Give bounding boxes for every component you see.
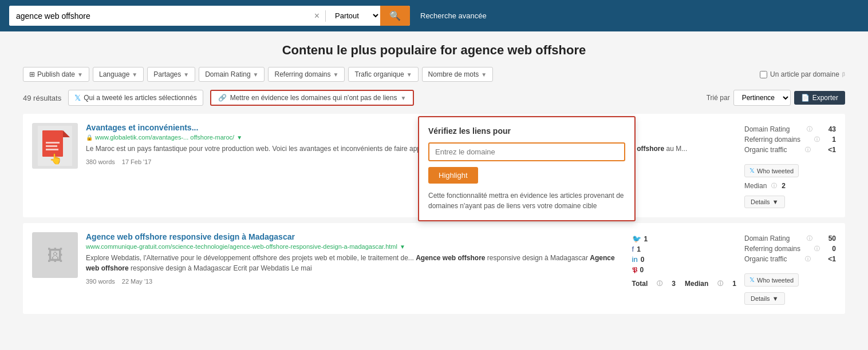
who-tweeted-articles-button[interactable]: 𝕏 Qui a tweeté les articles sélectionnés (68, 90, 203, 106)
svg-text:👆: 👆 (49, 153, 62, 165)
details-button[interactable]: Details ▼ (744, 292, 785, 305)
svg-rect-4 (46, 142, 60, 144)
export-label: Exporter (812, 94, 838, 102)
twitter-small-icon: 𝕏 (749, 167, 755, 174)
language-filter[interactable]: Language ▼ (93, 67, 144, 82)
total-label: Total (632, 280, 648, 288)
location-select[interactable]: Partout France Belgique Suisse (326, 6, 380, 26)
details-button[interactable]: Details ▼ (744, 196, 785, 208)
referring-domains-row: Referring domains ⓘ 0 (744, 245, 836, 253)
median-value: 1 (732, 280, 736, 288)
article-par-domaine-input[interactable] (760, 71, 767, 78)
domain-rating-row: Domain Rating ⓘ 50 (744, 234, 836, 242)
share-totals: Total ⓘ 3 Median ⓘ 1 (632, 280, 737, 288)
article-description: Explore Webdatis, l'Alternative pour le … (86, 253, 624, 273)
domain-rating-filter[interactable]: Domain Rating ▼ (199, 67, 265, 82)
partages-label: Partages (153, 70, 181, 78)
article-body: Avantages et inconvénients... 🔒 www.glob… (86, 123, 736, 208)
article-par-domaine-label: Un article par domaine (770, 70, 839, 78)
popup-highlight-button[interactable]: Highlight (428, 167, 478, 184)
search-button[interactable]: 🔍 (380, 6, 410, 26)
article-stats-panel: Domain Rating ⓘ 43 Referring domains ⓘ 1… (744, 123, 836, 208)
pinterest-share-count: 0 (640, 266, 644, 274)
beta-badge: β (842, 71, 845, 77)
total-info-icon[interactable]: ⓘ (657, 280, 662, 288)
grid-icon: ⊞ (29, 70, 35, 78)
results-count: 49 résultats (23, 94, 61, 102)
article-thumbnail: 👆 (32, 123, 78, 169)
who-tweeted-label: Who tweeted (757, 277, 794, 284)
highlight-domain-button[interactable]: 🔗 Mettre en évidence les domaines qui n'… (210, 90, 415, 106)
nombre-mots-filter[interactable]: Nombre de mots ▼ (422, 67, 494, 82)
referring-domains-arrow-icon: ▼ (333, 71, 339, 78)
twitter-small-icon: 𝕏 (749, 276, 755, 284)
clear-search-button[interactable]: × (309, 6, 325, 26)
thumb-placeholder-icon: 🖼 (32, 232, 78, 278)
referring-domains-filter[interactable]: Referring domains ▼ (268, 67, 345, 82)
url-dropdown-icon: ▼ (400, 244, 405, 250)
organic-traffic-info-icon[interactable]: ⓘ (805, 146, 811, 154)
domain-rating-label: Domain Rating (205, 70, 250, 78)
language-arrow-icon: ▼ (132, 71, 137, 78)
facebook-share-count: 1 (637, 245, 641, 253)
article-url-text: www.globaletik.com/avantages-... offshor… (95, 134, 234, 141)
referring-domains-value: 0 (832, 245, 836, 253)
domain-rating-value: 43 (828, 125, 836, 133)
url-dropdown-icon: ▼ (236, 134, 242, 141)
sort-label: Trié par (707, 94, 730, 102)
referring-domains-row: Referring domains ⓘ 1 (744, 136, 836, 144)
domain-rating-info-icon[interactable]: ⓘ (807, 125, 812, 133)
median-info-icon[interactable]: ⓘ (771, 182, 777, 190)
sort-bar: Trié par Pertinence Date Partages 📄 Expo… (707, 90, 845, 106)
who-tweeted-button[interactable]: 𝕏 Who tweeted (744, 273, 799, 287)
trafic-organique-label: Trafic organique (354, 70, 404, 78)
details-label: Details (751, 198, 770, 205)
search-input[interactable] (9, 6, 309, 26)
link-icon: 🔗 (218, 94, 227, 102)
referring-domains-value: 1 (832, 136, 836, 144)
advanced-search-link[interactable]: Recherche avancée (420, 11, 487, 20)
language-label: Language (99, 70, 129, 78)
median-label: Median (744, 182, 767, 190)
export-button[interactable]: 📄 Exporter (794, 91, 845, 105)
article-title-link[interactable]: Agence web offshore responsive design à … (86, 232, 624, 241)
linkedin-share-icon: in (632, 255, 638, 264)
domain-rating-info-icon[interactable]: ⓘ (807, 234, 812, 242)
article-thumbnail-placeholder: 🖼 (32, 232, 78, 278)
who-tweeted-label: Who tweeted (757, 168, 794, 174)
popup-domain-input[interactable] (428, 142, 625, 161)
twitter-icon: 𝕏 (74, 93, 81, 102)
partages-arrow-icon: ▼ (183, 71, 189, 78)
highlight-close-icon: ▼ (400, 95, 406, 101)
twitter-share-icon: 🐦 (632, 234, 641, 243)
trafic-organique-filter[interactable]: Trafic organique ▼ (348, 67, 418, 82)
organic-traffic-info-icon[interactable]: ⓘ (805, 255, 811, 263)
details-arrow-icon: ▼ (772, 295, 779, 302)
article-words: 390 words (86, 278, 115, 285)
pinterest-share-icon: 𝕻 (632, 265, 637, 275)
partages-filter[interactable]: Partages ▼ (147, 67, 195, 82)
header: × Partout France Belgique Suisse 🔍 Reche… (0, 0, 868, 31)
referring-domains-info-icon[interactable]: ⓘ (814, 245, 820, 253)
svg-rect-5 (46, 145, 57, 147)
article-url: www.communique-gratuit.com/science-techn… (86, 243, 624, 250)
article-par-domaine-checkbox[interactable]: Un article par domaine β (760, 70, 845, 78)
article-url: 🔒 www.globaletik.com/avantages-... offsh… (86, 134, 736, 141)
domain-rating-row: Domain Rating ⓘ 43 (744, 125, 836, 133)
median-info-icon[interactable]: ⓘ (717, 280, 723, 288)
referring-domains-info-icon[interactable]: ⓘ (814, 136, 820, 144)
article-description: Le Maroc est un pays fantastique pour vo… (86, 144, 736, 154)
svg-rect-6 (46, 149, 58, 150)
who-tweeted-container: 𝕏 Who tweeted (744, 161, 836, 177)
who-tweeted-button[interactable]: 𝕏 Who tweeted (744, 164, 799, 177)
organic-traffic-value: <1 (828, 255, 836, 263)
social-shares-panel: 🐦 1 f 1 in 0 𝕻 0 Total ⓘ 3 Median ⓘ 1 (632, 232, 737, 305)
publish-date-label: Publish date (37, 70, 75, 78)
details-arrow-icon: ▼ (772, 198, 779, 205)
referring-domains-label: Referring domains (274, 70, 330, 78)
publish-date-filter[interactable]: ⊞ Publish date ▼ (23, 67, 89, 82)
sort-select[interactable]: Pertinence Date Partages (733, 90, 791, 106)
search-bar: × Partout France Belgique Suisse 🔍 (9, 6, 410, 26)
article-title-link[interactable]: Avantages et inconvénients... (86, 123, 736, 132)
results-bar: 49 résultats 𝕏 Qui a tweeté les articles… (23, 90, 845, 106)
